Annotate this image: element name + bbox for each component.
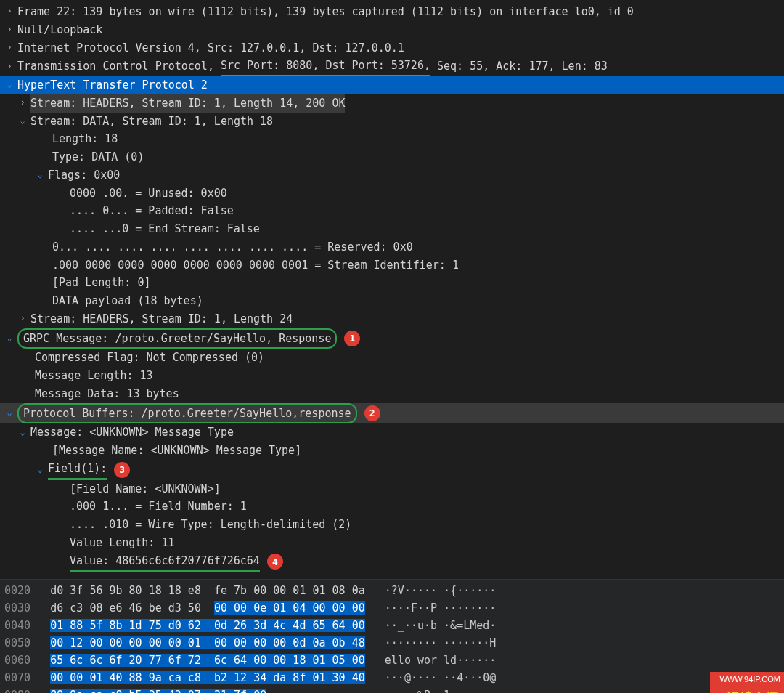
hex-ascii: ·····%B· 1·· bbox=[266, 689, 463, 693]
hex-bytes-selected: 01 88 5f 8b 1d 75 d0 62 0d 26 3d 4c 4d 6… bbox=[50, 619, 364, 632]
tree-row-value[interactable]: Value: 48656c6c6f20776f726c644 bbox=[0, 552, 784, 572]
hex-bytes-selected: 65 6c 6c 6f 20 77 6f 72 6c 64 00 00 18 0… bbox=[50, 654, 364, 667]
tree-row-streamid[interactable]: .000 0000 0000 0000 0000 0000 0000 0001 … bbox=[0, 256, 784, 275]
hex-offset: 0030 bbox=[4, 601, 50, 615]
payload-label: DATA payload (18 bytes) bbox=[52, 292, 203, 310]
tree-row-length[interactable]: Length: 18 bbox=[0, 130, 784, 148]
chevron-right-icon[interactable]: › bbox=[4, 41, 15, 55]
hex-offset: 0020 bbox=[4, 584, 50, 597]
tree-row-wiretype[interactable]: .... .010 = Wire Type: Length-delimited … bbox=[0, 516, 784, 534]
watermark-url: WWW.94IP.COM bbox=[710, 672, 784, 686]
chevron-down-icon[interactable]: ⌄ bbox=[4, 406, 15, 421]
hex-bytes: d0 3f 56 9b 80 18 18 e8 fe 7b 00 00 01 0… bbox=[50, 584, 364, 597]
tree-row-ip[interactable]: ›Internet Protocol Version 4, Src: 127.0… bbox=[0, 39, 784, 57]
watermark-title: IT运维空间 bbox=[710, 687, 784, 693]
tree-row-endstream[interactable]: .... ...0 = End Stream: False bbox=[0, 220, 784, 238]
message-label: Message: <UNKNOWN> Message Type bbox=[30, 423, 234, 442]
stream-headers-label: Stream: HEADERS, Stream ID: 1, Length 14… bbox=[30, 94, 345, 113]
callout-badge-4: 4 bbox=[267, 554, 283, 570]
tree-row-http2[interactable]: ⌄HyperText Transfer Protocol 2 bbox=[0, 76, 784, 94]
callout-badge-2: 2 bbox=[364, 405, 380, 421]
grpc-label: GRPC Message: /proto.Greeter/SayHello, R… bbox=[17, 328, 337, 349]
hex-offset: 0060 bbox=[4, 654, 50, 667]
field1-label: Field(1): bbox=[48, 460, 107, 480]
padded-label: .... 0... = Padded: False bbox=[70, 202, 234, 220]
msgdata-label: Message Data: 13 bytes bbox=[35, 385, 179, 403]
chevron-down-icon[interactable]: ⌄ bbox=[4, 78, 15, 92]
hex-bytes-selected: 89 9a ca c8 b5 25 42 07 31 7f 00 bbox=[50, 689, 266, 693]
tree-row-tcp[interactable]: ›Transmission Control Protocol, Src Port… bbox=[0, 57, 784, 76]
hex-row[interactable]: 0030 d6 c3 08 e6 46 be d3 50 00 00 0e 01… bbox=[4, 599, 780, 617]
fieldnum-label: .000 1... = Field Number: 1 bbox=[70, 498, 247, 516]
hex-ascii: ello wor ld······ bbox=[365, 654, 497, 667]
frame-summary: Frame 22: 139 bytes on wire (1112 bits),… bbox=[17, 3, 634, 21]
tree-row-field1[interactable]: ⌄Field(1):3 bbox=[0, 460, 784, 480]
tree-row-fieldnum[interactable]: .000 1... = Field Number: 1 bbox=[0, 498, 784, 516]
tree-row-compressed[interactable]: Compressed Flag: Not Compressed (0) bbox=[0, 349, 784, 367]
tree-row-vallen[interactable]: Value Length: 11 bbox=[0, 534, 784, 552]
chevron-right-icon[interactable]: › bbox=[4, 23, 15, 37]
hex-ascii: ···@···· ··4···0@ bbox=[365, 671, 497, 684]
callout-badge-3: 3 bbox=[114, 462, 130, 478]
null-loopback-label: Null/Loopback bbox=[17, 21, 102, 39]
chevron-down-icon[interactable]: ⌄ bbox=[4, 331, 15, 346]
hex-bytes-selected: 00 00 0e 01 04 00 00 00 bbox=[214, 601, 365, 615]
hex-ascii: ····F··P ········ bbox=[365, 601, 497, 615]
hex-row[interactable]: 0080 89 9a ca c8 b5 25 42 07 31 7f 00 ··… bbox=[4, 686, 780, 693]
length-label: Length: 18 bbox=[52, 130, 118, 148]
hex-row[interactable]: 0060 65 6c 6c 6f 20 77 6f 72 6c 64 00 00… bbox=[4, 652, 780, 669]
tree-row-stream-headers2[interactable]: ›Stream: HEADERS, Stream ID: 1, Length 2… bbox=[0, 310, 784, 328]
hex-ascii: ·?V····· ·{······ bbox=[365, 584, 497, 597]
chevron-down-icon[interactable]: ⌄ bbox=[35, 463, 45, 477]
hex-bytes: d6 c3 08 e6 46 be d3 50 bbox=[50, 601, 214, 615]
hex-row[interactable]: 0070 00 00 01 40 88 9a ca c8 b2 12 34 da… bbox=[4, 669, 780, 686]
tree-row-stream-data[interactable]: ⌄Stream: DATA, Stream ID: 1, Length 18 bbox=[0, 113, 784, 131]
tree-row-grpc[interactable]: ⌄GRPC Message: /proto.Greeter/SayHello, … bbox=[0, 328, 784, 349]
tree-row-flags[interactable]: ⌄Flags: 0x00 bbox=[0, 166, 784, 185]
chevron-right-icon[interactable]: › bbox=[4, 60, 15, 74]
tree-row-null-loopback[interactable]: ›Null/Loopback bbox=[0, 21, 784, 39]
hex-bytes-selected: 00 00 01 40 88 9a ca c8 b2 12 34 da 8f 0… bbox=[50, 671, 364, 684]
tree-row-msgdata[interactable]: Message Data: 13 bytes bbox=[0, 385, 784, 403]
tree-row-stream-headers[interactable]: ›Stream: HEADERS, Stream ID: 1, Length 1… bbox=[0, 94, 784, 113]
tcp-ports-highlight: Src Port: 8080, Dst Port: 53726, bbox=[221, 57, 430, 76]
tree-row-padded[interactable]: .... 0... = Padded: False bbox=[0, 202, 784, 220]
tree-row-msglen[interactable]: Message Length: 13 bbox=[0, 367, 784, 385]
chevron-down-icon[interactable]: ⌄ bbox=[17, 426, 28, 440]
hex-dump-pane[interactable]: 0020 d0 3f 56 9b 80 18 18 e8 fe 7b 00 00… bbox=[0, 579, 784, 693]
packet-details-tree[interactable]: ›Frame 22: 139 bytes on wire (1112 bits)… bbox=[0, 0, 784, 579]
chevron-right-icon[interactable]: › bbox=[17, 96, 28, 110]
tree-row-msgname[interactable]: [Message Name: <UNKNOWN> Message Type] bbox=[0, 442, 784, 460]
tree-row-unused[interactable]: 0000 .00. = Unused: 0x00 bbox=[0, 185, 784, 203]
hex-row[interactable]: 0050 00 12 00 00 00 00 00 01 00 00 00 00… bbox=[4, 634, 780, 652]
chevron-right-icon[interactable]: › bbox=[17, 312, 28, 326]
hex-bytes-selected: 00 12 00 00 00 00 00 01 00 00 00 00 0d 0… bbox=[50, 636, 364, 649]
stream-data-label: Stream: DATA, Stream ID: 1, Length 18 bbox=[30, 113, 273, 131]
tree-row-padlen[interactable]: [Pad Length: 0] bbox=[0, 274, 784, 292]
chevron-down-icon[interactable]: ⌄ bbox=[17, 114, 28, 129]
tree-row-fieldname[interactable]: [Field Name: <UNKNOWN>] bbox=[0, 480, 784, 498]
reserved-label: 0... .... .... .... .... .... .... .... … bbox=[52, 238, 413, 256]
endstream-label: .... ...0 = End Stream: False bbox=[70, 220, 260, 238]
tcp-prefix: Transmission Control Protocol, bbox=[17, 57, 221, 76]
compressed-label: Compressed Flag: Not Compressed (0) bbox=[35, 349, 264, 367]
type-label: Type: DATA (0) bbox=[52, 148, 144, 166]
hex-row[interactable]: 0020 d0 3f 56 9b 80 18 18 e8 fe 7b 00 00… bbox=[4, 582, 780, 599]
tree-row-protobuf[interactable]: ⌄Protocol Buffers: /proto.Greeter/SayHel… bbox=[0, 403, 784, 424]
tree-row-frame[interactable]: ›Frame 22: 139 bytes on wire (1112 bits)… bbox=[0, 3, 784, 21]
chevron-down-icon[interactable]: ⌄ bbox=[35, 168, 45, 182]
tree-row-message[interactable]: ⌄Message: <UNKNOWN> Message Type bbox=[0, 423, 784, 442]
tree-row-type[interactable]: Type: DATA (0) bbox=[0, 148, 784, 166]
msgname-label: [Message Name: <UNKNOWN> Message Type] bbox=[52, 442, 301, 460]
fieldname-label: [Field Name: <UNKNOWN>] bbox=[70, 480, 221, 498]
vallen-label: Value Length: 11 bbox=[70, 534, 175, 552]
tree-row-reserved[interactable]: 0... .... .... .... .... .... .... .... … bbox=[0, 238, 784, 256]
tree-row-payload[interactable]: DATA payload (18 bytes) bbox=[0, 292, 784, 310]
http2-label: HyperText Transfer Protocol 2 bbox=[17, 76, 208, 94]
chevron-right-icon[interactable]: › bbox=[4, 4, 15, 19]
hex-row[interactable]: 0040 01 88 5f 8b 1d 75 d0 62 0d 26 3d 4c… bbox=[4, 617, 780, 634]
tcp-suffix: Seq: 55, Ack: 177, Len: 83 bbox=[430, 57, 608, 76]
protobuf-label: Protocol Buffers: /proto.Greeter/SayHell… bbox=[17, 403, 357, 424]
flags-label: Flags: 0x00 bbox=[48, 166, 120, 185]
msglen-label: Message Length: 13 bbox=[35, 367, 153, 385]
